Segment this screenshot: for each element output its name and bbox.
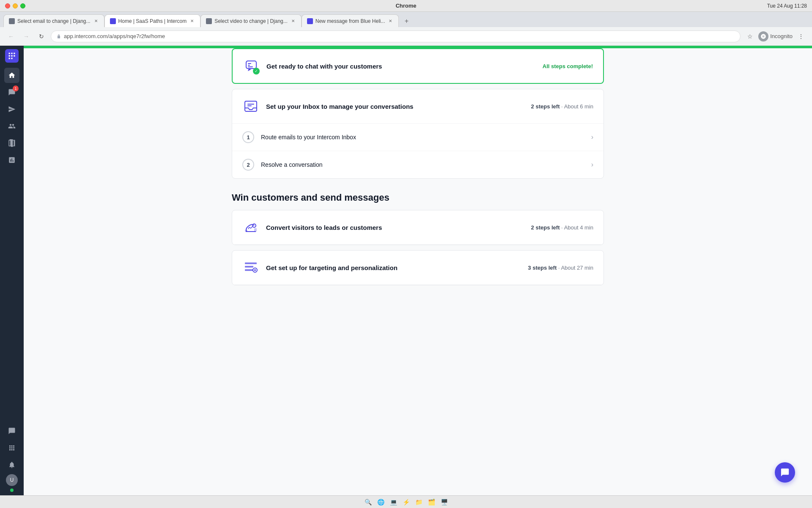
step-label-1: Route emails to your Intercom Inbox xyxy=(261,134,584,141)
book-icon xyxy=(8,139,16,147)
convert-icon-container xyxy=(242,219,259,236)
app-name: Chrome xyxy=(395,3,416,9)
incognito-label: Incognito xyxy=(770,33,793,39)
targeting-card-title: Get set up for targeting and personaliza… xyxy=(266,264,521,271)
dock-chrome[interactable]: 🌐 xyxy=(376,497,385,507)
tab-1[interactable]: Select email to change | Djang... ✕ xyxy=(3,14,104,27)
browser-body: 1 U xyxy=(0,46,812,495)
sidebar-item-home[interactable] xyxy=(4,68,19,83)
tab-3[interactable]: Select video to change | Djang... ✕ xyxy=(200,14,302,27)
svg-rect-1 xyxy=(11,53,12,54)
chat-icon xyxy=(8,427,16,435)
address-bar: ← → ↻ app.intercom.com/a/apps/nqe7r2fw/h… xyxy=(0,27,812,46)
inbox-card-content: Set up your Inbox to manage your convers… xyxy=(266,103,524,110)
convert-card-meta: 2 steps left · About 4 min xyxy=(531,224,593,231)
incognito-badge: Incognito xyxy=(758,31,793,41)
inbox-badge: 1 xyxy=(13,86,19,91)
dock-reeder[interactable]: ⚡ xyxy=(401,497,411,507)
people-icon xyxy=(8,122,16,130)
sidebar-item-notifications[interactable] xyxy=(4,457,19,472)
sidebar-item-apps[interactable] xyxy=(4,440,19,456)
sidebar-item-outbound[interactable] xyxy=(4,102,19,117)
targeting-card-content: Get set up for targeting and personaliza… xyxy=(266,264,521,271)
sidebar-item-chat[interactable] xyxy=(4,423,19,439)
section-heading: Win customers and send messages xyxy=(232,192,604,203)
dock-display[interactable]: 🖥️ xyxy=(439,497,449,507)
inbox-icon-container xyxy=(242,98,259,115)
tab-favicon-1 xyxy=(9,18,15,24)
sidebar-item-people[interactable] xyxy=(4,119,19,134)
step-row-1[interactable]: 1 Route emails to your Intercom Inbox › xyxy=(232,124,604,151)
svg-rect-2 xyxy=(14,53,15,54)
tab-2[interactable]: Home | SaaS Paths | Intercom ✕ xyxy=(104,14,201,27)
step-row-2[interactable]: 2 Resolve a conversation › xyxy=(232,151,604,178)
svg-rect-13 xyxy=(247,104,254,105)
all-steps-complete: All steps complete! xyxy=(543,63,593,69)
forward-button[interactable]: → xyxy=(20,30,32,42)
dock-finder[interactable]: 🔍 xyxy=(363,497,373,507)
sidebar-logo[interactable] xyxy=(5,49,19,63)
dock-archive[interactable]: 🗂️ xyxy=(427,497,436,507)
dock: 🔍 🌐 💻 ⚡ 📁 🗂️ 🖥️ xyxy=(0,495,812,508)
user-avatar[interactable]: U xyxy=(6,474,18,486)
chevron-right-icon-2: › xyxy=(591,161,593,168)
chevron-right-icon-1: › xyxy=(591,133,593,141)
convert-icon xyxy=(243,220,258,235)
dock-files[interactable]: 📁 xyxy=(414,497,423,507)
sidebar-item-reports[interactable] xyxy=(4,152,19,168)
svg-rect-16 xyxy=(245,230,247,232)
bookmark-button[interactable]: ☆ xyxy=(744,30,756,42)
url-bar[interactable]: app.intercom.com/a/apps/nqe7r2fw/home xyxy=(51,30,741,42)
reports-icon xyxy=(8,156,16,164)
back-button[interactable]: ← xyxy=(5,30,17,42)
convert-card[interactable]: Convert visitors to leads or customers 2… xyxy=(232,210,604,245)
maximize-button[interactable] xyxy=(20,3,25,8)
send-icon xyxy=(8,105,16,113)
sidebar-item-inbox[interactable]: 1 xyxy=(4,85,19,100)
tab-title-1: Select email to change | Djang... xyxy=(17,18,91,24)
sidebar-item-knowledge[interactable] xyxy=(4,135,19,151)
targeting-card-meta: 3 steps left · About 27 min xyxy=(528,265,593,271)
new-tab-button[interactable]: + xyxy=(401,15,412,27)
svg-rect-11 xyxy=(248,66,253,67)
svg-rect-0 xyxy=(9,53,10,54)
dock-terminal[interactable]: 💻 xyxy=(389,497,398,507)
inbox-card-title: Set up your Inbox to manage your convers… xyxy=(266,103,524,110)
chat-icon-container: ✓ xyxy=(243,58,260,75)
tab-close-1[interactable]: ✕ xyxy=(93,18,99,24)
incognito-avatar xyxy=(758,31,768,41)
traffic-lights[interactable] xyxy=(5,3,25,8)
tab-close-3[interactable]: ✕ xyxy=(290,18,296,24)
chat-fab-icon xyxy=(780,468,790,477)
home-icon xyxy=(8,72,16,79)
menu-button[interactable]: ⋮ xyxy=(795,30,807,42)
close-button[interactable] xyxy=(5,3,10,8)
convert-card-title: Convert visitors to leads or customers xyxy=(266,224,524,231)
convert-card-content: Convert visitors to leads or customers xyxy=(266,224,524,231)
svg-rect-7 xyxy=(11,58,12,59)
targeting-steps-left: 3 steps left xyxy=(528,265,557,271)
svg-rect-5 xyxy=(14,55,15,56)
apps-icon xyxy=(8,444,16,452)
bell-icon xyxy=(8,461,16,469)
reload-button[interactable]: ↻ xyxy=(36,30,47,42)
targeting-card[interactable]: Get set up for targeting and personaliza… xyxy=(232,250,604,285)
tab-close-4[interactable]: ✕ xyxy=(387,18,393,24)
tab-title-3: Select video to change | Djang... xyxy=(214,18,288,24)
time-display: Tue 24 Aug 11:28 xyxy=(767,3,807,9)
svg-rect-18 xyxy=(245,262,257,264)
completed-card-title: Get ready to chat with your customers xyxy=(266,63,536,70)
tab-favicon-3 xyxy=(206,18,212,24)
tab-favicon-4 xyxy=(307,18,313,24)
minimize-button[interactable] xyxy=(13,3,18,8)
completed-card-header: ✓ Get ready to chat with your customers … xyxy=(233,49,603,83)
tab-close-2[interactable]: ✕ xyxy=(189,18,195,24)
completed-card: ✓ Get ready to chat with your customers … xyxy=(232,48,604,84)
chat-fab[interactable] xyxy=(775,462,795,483)
svg-rect-17 xyxy=(254,228,257,232)
targeting-card-header: Get set up for targeting and personaliza… xyxy=(232,251,604,285)
tab-4[interactable]: New message from Blue Heli... ✕ xyxy=(302,14,399,27)
svg-point-22 xyxy=(254,269,256,271)
inbox-steps-left: 2 steps left xyxy=(531,103,560,110)
svg-rect-9 xyxy=(248,63,251,64)
